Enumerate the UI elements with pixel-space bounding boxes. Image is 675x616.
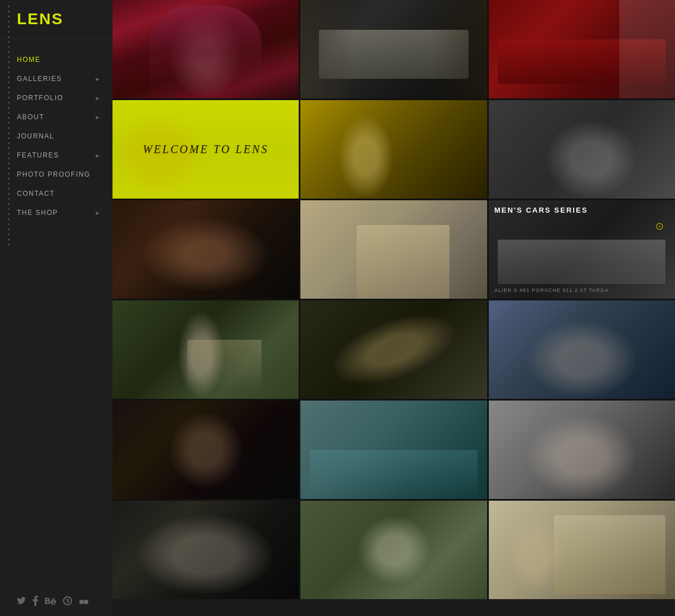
chevron-right-icon: ► xyxy=(95,95,101,101)
grid-row-4 xyxy=(112,300,675,399)
photo-cell[interactable] xyxy=(489,401,675,499)
svg-point-1 xyxy=(84,600,88,604)
sidebar: LENS HOME GALLERIES ► PORTFOLIO ► ABOUT … xyxy=(0,0,112,616)
grid-row-2: WELCOME TO LENS xyxy=(112,100,675,199)
logo-area: LENS xyxy=(0,0,112,39)
social-links xyxy=(0,587,112,616)
photo-cell[interactable] xyxy=(112,401,299,499)
main-content: WELCOME TO LENS xyxy=(112,0,675,616)
photo-cell[interactable] xyxy=(489,501,675,599)
navigation: HOME GALLERIES ► PORTFOLIO ► ABOUT ► JOU… xyxy=(0,39,112,587)
chevron-right-icon: ► xyxy=(95,114,101,120)
welcome-heading: WELCOME TO LENS xyxy=(143,143,269,156)
nav-features[interactable]: FEATURES ► xyxy=(0,146,112,165)
behance-icon[interactable] xyxy=(45,597,56,606)
nav-journal[interactable]: JOURNAL xyxy=(0,127,112,146)
grid-row-6 xyxy=(112,501,675,599)
chevron-right-icon: ► xyxy=(95,210,101,216)
nav-home[interactable]: HOME xyxy=(0,50,112,69)
welcome-cell[interactable]: WELCOME TO LENS xyxy=(112,100,299,199)
facebook-icon[interactable] xyxy=(33,596,38,608)
nav-portfolio[interactable]: PORTFOLIO ► xyxy=(0,88,112,107)
photo-cell[interactable] xyxy=(112,200,299,299)
mens-cars-cell[interactable]: MEN'S CARS SERIES ⊙ ALIEN S #61 PORSCHE … xyxy=(489,200,675,299)
photo-cell[interactable] xyxy=(300,401,487,499)
grid-row-1 xyxy=(112,0,675,98)
svg-point-0 xyxy=(79,600,84,604)
chevron-right-icon: ► xyxy=(95,76,101,82)
grid-row-5 xyxy=(112,401,675,499)
nav-the-shop[interactable]: THE SHOP ► xyxy=(0,203,112,222)
photo-cell[interactable] xyxy=(300,501,487,599)
photo-cell[interactable] xyxy=(112,501,299,599)
nav-photo-proofing[interactable]: PHOTO PROOFING xyxy=(0,165,112,184)
photo-cell[interactable] xyxy=(112,0,299,98)
chevron-right-icon: ► xyxy=(95,152,101,159)
photo-cell[interactable] xyxy=(489,300,675,399)
photo-cell[interactable] xyxy=(112,300,299,399)
photo-cell[interactable] xyxy=(300,300,487,399)
nav-about[interactable]: ABOUT ► xyxy=(0,107,112,127)
500px-icon[interactable] xyxy=(63,596,72,607)
nav-galleries[interactable]: GALLERIES ► xyxy=(0,69,112,88)
nav-contact[interactable]: CONTACT xyxy=(0,184,112,203)
flickr-icon[interactable] xyxy=(79,597,89,606)
logo[interactable]: LENS xyxy=(17,10,64,28)
photo-cell[interactable] xyxy=(300,200,487,299)
twitter-icon[interactable] xyxy=(17,597,26,606)
photo-cell[interactable] xyxy=(300,0,487,98)
photo-cell[interactable] xyxy=(489,100,675,199)
grid-row-3: MEN'S CARS SERIES ⊙ ALIEN S #61 PORSCHE … xyxy=(112,200,675,299)
photo-grid: WELCOME TO LENS xyxy=(112,0,675,599)
photo-cell[interactable] xyxy=(300,100,487,199)
photo-cell[interactable] xyxy=(489,0,675,98)
dots-decoration xyxy=(7,0,10,616)
